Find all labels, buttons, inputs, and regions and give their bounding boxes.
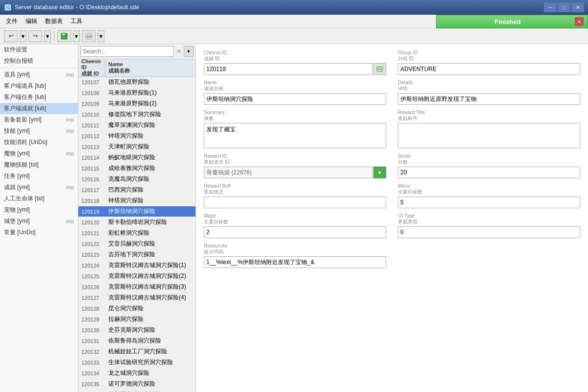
list-item-name: 斯卡勒伯缔岩洞穴探险	[108, 218, 193, 226]
sidebar-item-pet[interactable]: 宠物 [yml]	[0, 204, 78, 216]
redo-button[interactable]: ↪	[28, 30, 42, 42]
save-button[interactable]	[57, 30, 71, 42]
sidebar-item-client-achieve[interactable]: 客户端成就 [lub]	[0, 103, 78, 114]
list-item[interactable]: 120126克雷斯特汉姆古城洞穴探险(3)	[78, 282, 196, 293]
ui-type-input[interactable]	[398, 226, 580, 238]
reward-buff-input[interactable]	[204, 196, 386, 208]
export-button[interactable]: EXP	[82, 30, 96, 42]
list-item[interactable]: 120123吉芬地下洞穴探险	[78, 249, 196, 260]
menu-edit[interactable]: 编辑	[22, 15, 41, 27]
list-item[interactable]: 120127克雷斯特汉姆古城洞穴探险(4)	[78, 293, 196, 303]
search-input[interactable]	[80, 46, 174, 57]
sidebar-item-achieve[interactable]: 成就 [yml] imp	[0, 182, 78, 193]
list-item[interactable]: 120110修道院地下洞穴探险	[78, 109, 196, 120]
list-item[interactable]: 120112钟塔洞穴探险	[78, 131, 196, 142]
name-input[interactable]	[204, 93, 386, 105]
list-item-id: 120112	[81, 133, 108, 139]
list-item[interactable]: 120122艾音贝赫洞穴探险	[78, 239, 196, 249]
close-button[interactable]: ✕	[571, 2, 584, 12]
summary-input[interactable]: 发现了藏宝	[204, 123, 386, 148]
sidebar-item-mob[interactable]: 魔物 [yml] imp	[0, 148, 78, 159]
redo-dropdown[interactable]: ▼	[44, 30, 51, 42]
sidebar-item-settings[interactable]: 软件设置	[0, 44, 78, 55]
details-input[interactable]	[398, 93, 580, 105]
minimize-button[interactable]: ─	[544, 2, 557, 12]
sidebar-item-castle[interactable]: 城堡 [yml] imp	[0, 216, 78, 227]
maximize-button[interactable]: □	[558, 2, 570, 12]
list-item[interactable]: 120120斯卡勒伯缔岩洞穴探险	[78, 217, 196, 228]
list-header: Cheevo ID 成就 ID Name 成就名称	[78, 59, 196, 77]
list-item[interactable]: 120109马来港原野探险(2)	[78, 98, 196, 109]
resources-input[interactable]	[204, 256, 386, 268]
app-icon	[4, 3, 12, 11]
list-item[interactable]: 120117巴西洞穴探险	[78, 185, 196, 196]
sidebar-item-const[interactable]: 常量 [UnDo]	[0, 227, 78, 238]
reward-id-input[interactable]	[204, 167, 372, 178]
sidebar-item-prop-yml[interactable]: 道具 [yml] imp	[0, 69, 78, 80]
list-item[interactable]: 120121彩虹桥洞穴探险	[78, 228, 196, 239]
score-label: Score 分数	[398, 153, 580, 166]
save-dropdown[interactable]: ▼	[73, 30, 80, 42]
undo-dropdown[interactable]: ▼	[20, 30, 26, 42]
title-bar: Server database editor - O:\Desktop\defa…	[0, 0, 588, 15]
group-id-label: Group ID 分组 ID	[398, 50, 580, 62]
sidebar-item-skill[interactable]: 技能 [yml] imp	[0, 125, 78, 137]
list-item[interactable]: 120131依斯鲁得岛洞穴探险	[78, 336, 196, 346]
sidebar-item-client-prop[interactable]: 客户端道具 [lub]	[0, 80, 78, 92]
undo-button[interactable]: ↩	[4, 30, 18, 42]
group-id-input[interactable]	[398, 63, 580, 75]
export-dropdown[interactable]: ▼	[98, 30, 104, 42]
menu-tools[interactable]: 工具	[67, 15, 86, 27]
reward-id-label: Reward ID 奖励道具 ID	[204, 153, 386, 166]
cheevo-id-button[interactable]	[373, 63, 386, 75]
list-item[interactable]: 120130史芬克斯洞穴探险	[78, 325, 196, 336]
reward-title-input[interactable]	[398, 123, 580, 148]
cheevo-id-input[interactable]	[204, 63, 372, 75]
main-container: 软件设置 控制台报错 道具 [yml] imp 客户端道具 [lub] 客户端任…	[0, 44, 588, 392]
menu-file[interactable]: 文件	[2, 15, 22, 27]
list-item[interactable]: 120128昆仑洞穴探险	[78, 303, 196, 314]
score-input[interactable]	[398, 167, 580, 178]
list-item-id: 120124	[81, 263, 108, 269]
list-item[interactable]: 120116克魔岛洞穴探险	[78, 174, 196, 185]
major-input[interactable]	[204, 226, 386, 238]
list-item[interactable]: 120132机械娃娃工厂洞穴探险	[78, 346, 196, 357]
sidebar-item-console[interactable]: 控制台报错	[0, 55, 78, 67]
major-field: Major 主要目标数	[204, 213, 386, 238]
list-item-id: 120132	[81, 349, 108, 355]
list-item[interactable]: 120119伊斯坦纳洞穴探险	[78, 206, 196, 217]
list-item[interactable]: 120108马来港原野探险(1)	[78, 88, 196, 98]
sidebar-item-homunculus[interactable]: 人工生命体 [txt]	[0, 193, 78, 204]
sidebar-item-mob-skill[interactable]: 魔物技能 [txt]	[0, 159, 78, 171]
list-item[interactable]: 120135诺可罗德洞穴探险	[78, 379, 196, 390]
list-item[interactable]: 120118钟塔洞穴探险	[78, 196, 196, 206]
svg-rect-9	[377, 67, 383, 72]
list-item[interactable]: 120125克雷斯特汉姆古城洞穴探险(2)	[78, 271, 196, 282]
list-item[interactable]: 120113天津町洞穴探险	[78, 142, 196, 152]
details-label: Details 详情	[398, 80, 580, 92]
list-item[interactable]: 120136妙勒尼废矿洞穴探险	[78, 390, 196, 392]
reward-id-button[interactable]: ▼	[373, 167, 386, 178]
list-item[interactable]: 120111魔草深渊洞穴探险	[78, 120, 196, 131]
list-item[interactable]: 120107德瓦他原野探险	[78, 77, 196, 88]
finished-close-button[interactable]: ✕	[575, 17, 584, 26]
sidebar-item-skill-cost[interactable]: 技能消耗 [UnDo]	[0, 137, 78, 148]
list-item[interactable]: 120114蚂蚁地狱洞穴探险	[78, 152, 196, 163]
search-dropdown-button[interactable]: ▼	[184, 46, 194, 57]
ui-type-label: UI Type 界面类型	[398, 213, 580, 225]
list-item[interactable]: 120129拉赫洞穴探险	[78, 314, 196, 325]
menu-datatable[interactable]: 数据表	[41, 15, 67, 27]
sidebar-item-client-task[interactable]: 客户端任务 [lub]	[0, 92, 78, 103]
cheevo-id-field: Cheevo ID 成就 ID	[204, 50, 386, 75]
list-item[interactable]: 120115成哈泰雅洞穴探险	[78, 163, 196, 174]
list-item-id: 120114	[81, 155, 108, 161]
sidebar-item-equip[interactable]: 装备套装 [yml] imp	[0, 114, 78, 125]
list-item-id: 120108	[81, 90, 108, 96]
minor-input[interactable]	[398, 196, 580, 208]
list-item-id: 120107	[81, 79, 108, 85]
sidebar-item-quest[interactable]: 任务 [yml]	[0, 171, 78, 182]
list-item[interactable]: 120134龙之城洞穴探险	[78, 368, 196, 379]
list-item[interactable]: 120133生体试验研究所洞穴探险	[78, 357, 196, 368]
list-item[interactable]: 120124克雷斯特汉姆古城洞穴探险(1)	[78, 260, 196, 271]
search-clear-button[interactable]: ✕	[174, 46, 184, 57]
